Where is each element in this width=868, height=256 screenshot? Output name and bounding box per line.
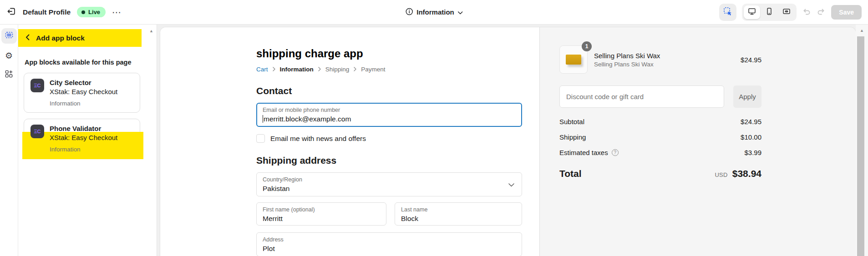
breadcrumb-information: Information	[280, 66, 314, 73]
order-summary-pane: 1 Selling Plans Ski Wax Selling Plans Sk…	[539, 27, 856, 256]
app-block-app-name: XStak: Easy Checkout	[50, 134, 117, 141]
breadcrumb-payment: Payment	[361, 66, 385, 73]
shop-name: shipping charge app	[256, 47, 522, 60]
subtotal-label: Subtotal	[559, 118, 584, 125]
checkout-preview: shipping charge app Cart Information Shi…	[160, 27, 856, 256]
newsletter-checkbox[interactable]	[256, 134, 265, 143]
taxes-label-wrap: Estimated taxes ?	[559, 149, 619, 156]
product-variant: Selling Plans Ski Wax	[594, 61, 734, 68]
newsletter-checkbox-row[interactable]: Email me with news and offers	[256, 134, 522, 143]
redo-button[interactable]	[817, 7, 826, 17]
shipping-value: $10.00	[741, 133, 761, 141]
breadcrumb-chevron-icon	[273, 66, 275, 73]
mobile-icon	[765, 7, 773, 17]
order-summary-content: 1 Selling Plans Ski Wax Selling Plans Sk…	[559, 45, 761, 179]
email-field[interactable]: Email or mobile phone number merritt.blo…	[256, 103, 522, 127]
apps-add-icon	[5, 70, 13, 80]
exit-editor-button[interactable]	[6, 6, 16, 18]
discount-code-input[interactable]	[559, 85, 724, 108]
chevron-down-icon	[508, 181, 514, 189]
page-scrollbar[interactable]: ▲	[856, 25, 868, 256]
page-selector-dropdown[interactable]: Information	[405, 8, 463, 17]
sidebar-scroll-up-arrow[interactable]: ▲	[149, 29, 153, 33]
desktop-icon	[748, 7, 756, 17]
total-amount-wrap: USD $38.94	[715, 168, 761, 179]
address-label: Address	[263, 236, 516, 244]
rail-sections-button[interactable]	[1, 28, 17, 44]
total-value: $38.94	[732, 168, 761, 179]
product-price: $24.95	[741, 56, 761, 64]
gear-icon: ⚙	[5, 50, 13, 61]
taxes-label: Estimated taxes	[559, 149, 608, 156]
breadcrumb-chevron-icon	[354, 66, 356, 73]
add-app-block-label: Add app block	[36, 34, 85, 42]
newsletter-label: Email me with news and offers	[270, 135, 366, 143]
rail-settings-button[interactable]: ⚙	[1, 48, 17, 63]
back-chevron-icon	[25, 34, 30, 42]
line-item-row: 1 Selling Plans Ski Wax Selling Plans Sk…	[559, 45, 761, 74]
rail-apps-button[interactable]	[1, 67, 17, 83]
breadcrumb-shipping: Shipping	[325, 66, 350, 73]
country-select-value: Pakistan	[263, 184, 516, 194]
sections-icon	[5, 30, 14, 42]
last-name-value: Block	[401, 214, 516, 224]
live-badge-label: Live	[88, 9, 100, 15]
breadcrumb-chevron-icon	[318, 66, 321, 73]
more-options-button[interactable]: ⋯	[112, 10, 122, 15]
sidebar-panel: ▲ Add app block App blocks available for…	[18, 25, 157, 256]
app-body: ⚙ ▲ Add app block App blocks a	[0, 25, 868, 256]
discount-row: Apply	[559, 85, 761, 108]
xstak-app-icon: ΞC	[30, 125, 44, 138]
device-preview-switcher	[742, 4, 797, 21]
chevron-down-icon	[458, 8, 463, 16]
app-card-row: ΞC City Selector XStak: Easy Checkout	[30, 79, 133, 95]
email-field-value: merritt.block@example.com	[264, 115, 351, 124]
undo-button[interactable]	[802, 7, 811, 17]
taxes-help-icon[interactable]: ?	[612, 149, 619, 156]
ski-wax-image	[566, 55, 581, 65]
app-block-app-name: XStak: Easy Checkout	[50, 88, 117, 95]
country-select[interactable]: Country/Region Pakistan	[256, 172, 522, 196]
app-card-text: Phone Validator XStak: Easy Checkout	[50, 125, 117, 141]
app-block-card-phone-validator[interactable]: ΞC Phone Validator XStak: Easy Checkout …	[24, 119, 140, 159]
checkout-form-pane: shipping charge app Cart Information Shi…	[160, 27, 539, 256]
app-block-location: Information	[30, 100, 133, 107]
app-block-title: Phone Validator	[50, 125, 117, 132]
email-field-value-wrap: merritt.block@example.com	[263, 115, 516, 124]
app-card-text: City Selector XStak: Easy Checkout	[50, 79, 117, 95]
scrollbar-up-arrow[interactable]: ▲	[860, 28, 864, 33]
contact-heading: Contact	[256, 85, 522, 96]
inspector-tool-button[interactable]	[719, 4, 736, 21]
shipping-row: Shipping $10.00	[559, 133, 761, 141]
fullwidth-view-button[interactable]	[778, 5, 795, 19]
total-label: Total	[559, 168, 582, 179]
first-name-field[interactable]: First name (optional) Merritt	[256, 202, 386, 226]
checkout-content: shipping charge app Cart Information Shi…	[256, 47, 522, 256]
xstak-app-icon: ΞC	[30, 79, 44, 92]
scrollbar-thumb[interactable]	[857, 36, 864, 256]
save-button[interactable]: Save	[831, 5, 862, 20]
desktop-view-button[interactable]	[744, 5, 760, 19]
app-block-card-city-selector[interactable]: ΞC City Selector XStak: Easy Checkout In…	[24, 73, 140, 113]
editor-canvas: shipping charge app Cart Information Shi…	[157, 25, 856, 256]
apply-discount-button[interactable]: Apply	[733, 85, 761, 108]
horizontal-dots-icon: ⋯	[112, 10, 122, 15]
address-field[interactable]: Address Plot	[256, 232, 522, 256]
country-select-label: Country/Region	[263, 176, 516, 184]
add-app-block-header[interactable]: Add app block	[18, 29, 142, 47]
mobile-view-button[interactable]	[761, 5, 777, 19]
product-info: Selling Plans Ski Wax Selling Plans Ski …	[594, 52, 734, 68]
page-selector-label: Information	[416, 8, 454, 16]
last-name-field[interactable]: Last name Block	[395, 202, 522, 226]
text-caret	[263, 115, 263, 123]
grand-total-row: Total USD $38.94	[559, 168, 761, 179]
topbar: Default Profile Live ⋯ Information	[0, 0, 868, 25]
last-name-label: Last name	[401, 206, 516, 214]
subtotal-row: Subtotal $24.95	[559, 118, 761, 125]
address-value: Plot	[263, 244, 516, 254]
shipping-label: Shipping	[559, 133, 586, 141]
redo-icon	[817, 7, 826, 17]
fullwidth-icon	[782, 7, 791, 17]
quantity-badge: 1	[582, 41, 592, 51]
breadcrumb-cart[interactable]: Cart	[256, 66, 268, 73]
